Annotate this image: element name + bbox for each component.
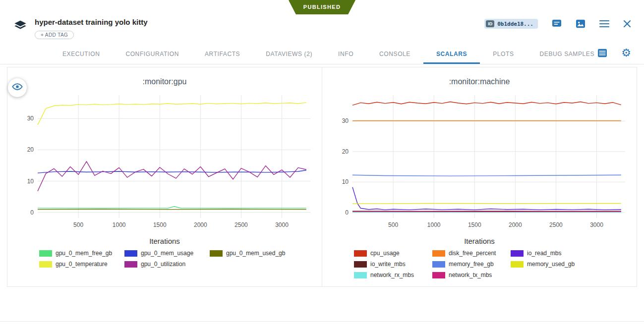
svg-text:3000: 3000 — [590, 221, 603, 228]
svg-text:2500: 2500 — [234, 221, 248, 228]
close-icon[interactable] — [623, 20, 631, 28]
legend-item-disk_free_percent[interactable]: disk_free_percent — [432, 250, 511, 257]
legend-swatch-icon — [354, 272, 367, 278]
svg-text:1000: 1000 — [427, 221, 441, 228]
svg-text:500: 500 — [388, 221, 398, 228]
tab-dataviews-2[interactable]: DATAVIEWS (2) — [253, 45, 325, 64]
legend-label: gpu_0_mem_used_gb — [226, 250, 285, 257]
svg-text:20: 20 — [27, 146, 34, 153]
legend-swatch-icon — [210, 250, 223, 257]
tab-scalars[interactable]: SCALARS — [423, 45, 480, 64]
app-logo-icon — [13, 19, 28, 35]
legend-swatch-icon — [354, 250, 367, 257]
svg-text:10: 10 — [27, 178, 34, 185]
legend-label: network_tx_mbs — [449, 272, 492, 278]
legend-label: cpu_usage — [370, 250, 400, 257]
svg-text:0: 0 — [30, 209, 34, 216]
legend-item-memory_used_gb[interactable]: memory_used_gb — [511, 261, 589, 268]
legend-label: network_rx_mbs — [370, 272, 414, 278]
svg-text:1500: 1500 — [468, 221, 481, 228]
machine-chart-xlabel: Iterations — [464, 237, 495, 245]
legend-swatch-icon — [39, 250, 52, 257]
debug-image-icon[interactable] — [576, 19, 585, 28]
legend-swatch-icon — [432, 250, 445, 257]
legend-item-io_write_mbs[interactable]: io_write_mbs — [354, 261, 432, 268]
tab-bar-items: EXECUTIONCONFIGURATIONARTIFACTSDATAVIEWS… — [50, 45, 607, 64]
gpu-chart-title: :monitor:gpu — [143, 77, 187, 86]
series-memory_free_gb[interactable] — [352, 175, 621, 176]
legend-swatch-icon — [432, 272, 445, 278]
legend-swatch-icon — [124, 250, 137, 257]
id-value: 0b1dde18... — [497, 21, 533, 27]
series-gpu_0_utilization[interactable] — [38, 162, 306, 191]
svg-text:30: 30 — [342, 117, 349, 124]
comments-icon[interactable] — [552, 19, 562, 28]
gpu-chart-legend: gpu_0_mem_free_gbgpu_0_mem_usagegpu_0_me… — [7, 250, 295, 268]
machine-chart-card: :monitor:machine 50010001500200025003000… — [322, 67, 637, 287]
series-cpu_usage[interactable] — [352, 102, 621, 106]
legend-swatch-icon — [511, 261, 524, 268]
legend-label: gpu_0_mem_free_gb — [56, 250, 112, 257]
tab-console[interactable]: CONSOLE — [366, 45, 423, 64]
legend-item-gpu_0_utilization[interactable]: gpu_0_utilization — [124, 261, 210, 268]
svg-text:20: 20 — [342, 148, 349, 155]
menu-icon[interactable] — [599, 20, 609, 28]
svg-text:1000: 1000 — [113, 221, 126, 228]
scalars-panel: :monitor:gpu 500100015002000250030000102… — [7, 67, 637, 287]
svg-text:1500: 1500 — [153, 221, 167, 228]
legend-item-network_tx_mbs[interactable]: network_tx_mbs — [432, 272, 511, 278]
legend-label: memory_used_gb — [527, 261, 575, 268]
svg-text:2000: 2000 — [509, 221, 522, 228]
legend-label: gpu_0_temperature — [56, 261, 108, 268]
legend-item-network_rx_mbs[interactable]: network_rx_mbs — [354, 272, 432, 278]
machine-chart-legend: cpu_usagedisk_free_percentio_read_mbsio_… — [322, 250, 589, 278]
show-hide-plots-button[interactable] — [8, 78, 27, 97]
svg-text:2000: 2000 — [194, 221, 207, 228]
gpu-chart-card: :monitor:gpu 500100015002000250030000102… — [7, 67, 322, 287]
legend-label: gpu_0_utilization — [141, 261, 185, 268]
legend-item-gpu_0_mem_free_gb[interactable]: gpu_0_mem_free_gb — [39, 250, 124, 257]
tab-artifacts[interactable]: ARTIFACTS — [192, 45, 253, 64]
series-gpu_0_mem_free_gb[interactable] — [38, 207, 306, 208]
legend-item-io_read_mbs[interactable]: io_read_mbs — [511, 250, 589, 257]
legend-item-gpu_0_mem_usage[interactable]: gpu_0_mem_usage — [124, 250, 210, 257]
legend-item-gpu_0_mem_used_gb[interactable]: gpu_0_mem_used_gb — [210, 250, 295, 257]
machine-chart-plot[interactable]: 500100015002000250030000102030 — [330, 90, 629, 237]
tab-info[interactable]: INFO — [325, 45, 366, 64]
gpu-chart-xlabel: Iterations — [149, 237, 180, 245]
settings-gear-icon[interactable]: ⚙ — [621, 48, 631, 58]
id-chip: ID — [486, 20, 494, 27]
legend-item-cpu_usage[interactable]: cpu_usage — [354, 250, 432, 257]
series-memory_used_gb[interactable] — [352, 204, 621, 204]
published-ribbon: PUBLISHED — [289, 0, 355, 14]
svg-text:0: 0 — [345, 209, 349, 216]
series-gpu_0_mem_usage[interactable] — [38, 170, 306, 173]
legend-swatch-icon — [354, 261, 367, 268]
legend-label: gpu_0_mem_usage — [141, 250, 193, 257]
legend-label: io_write_mbs — [370, 261, 406, 268]
svg-text:500: 500 — [73, 221, 83, 228]
tab-plots[interactable]: PLOTS — [480, 45, 527, 64]
legend-item-memory_free_gb[interactable]: memory_free_gb — [432, 261, 511, 268]
legend-item-gpu_0_temperature[interactable]: gpu_0_temperature — [39, 261, 124, 268]
experiment-id-badge[interactable]: ID 0b1dde18... — [484, 19, 538, 29]
eye-icon — [12, 81, 23, 94]
series-io_read_mbs[interactable] — [352, 187, 621, 210]
legend-label: disk_free_percent — [449, 250, 496, 257]
gpu-chart-plot[interactable]: 500100015002000250030000102030 — [15, 90, 314, 237]
machine-chart-title: :monitor:machine — [449, 77, 510, 86]
svg-text:30: 30 — [27, 115, 34, 122]
series-gpu_0_temperature[interactable] — [38, 103, 306, 125]
footer-divider — [0, 321, 644, 322]
metrics-table-icon[interactable] — [597, 49, 607, 57]
tab-configuration[interactable]: CONFIGURATION — [113, 45, 192, 64]
svg-text:3000: 3000 — [275, 221, 289, 228]
add-tag-button[interactable]: + ADD TAG — [35, 31, 74, 39]
tab-execution[interactable]: EXECUTION — [50, 45, 113, 64]
legend-label: memory_free_gb — [449, 261, 494, 268]
legend-swatch-icon — [124, 261, 137, 268]
tab-bar: EXECUTIONCONFIGURATIONARTIFACTSDATAVIEWS… — [0, 45, 644, 64]
tab-debug-samples[interactable]: DEBUG SAMPLES — [527, 45, 608, 64]
svg-text:10: 10 — [342, 178, 349, 185]
experiment-title: hyper-dataset training yolo kitty — [35, 18, 148, 26]
